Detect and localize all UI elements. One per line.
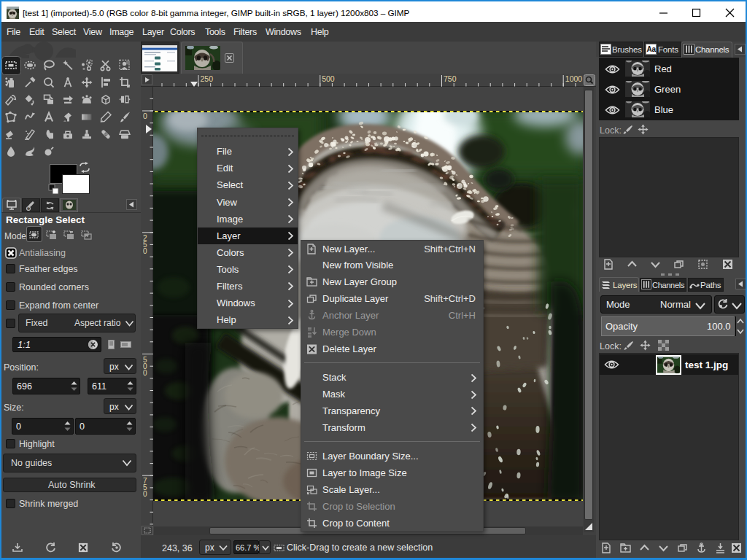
svg-text:0: 0: [143, 112, 147, 120]
svg-text:0: 0: [143, 490, 147, 498]
svg-text:750: 750: [444, 74, 457, 83]
svg-text:Aa: Aa: [646, 45, 656, 53]
svg-text:1000: 1000: [565, 74, 583, 83]
svg-text:0: 0: [143, 247, 147, 255]
svg-text:500: 500: [322, 74, 335, 83]
svg-text:0: 0: [143, 369, 147, 377]
svg-text:250: 250: [201, 74, 214, 83]
